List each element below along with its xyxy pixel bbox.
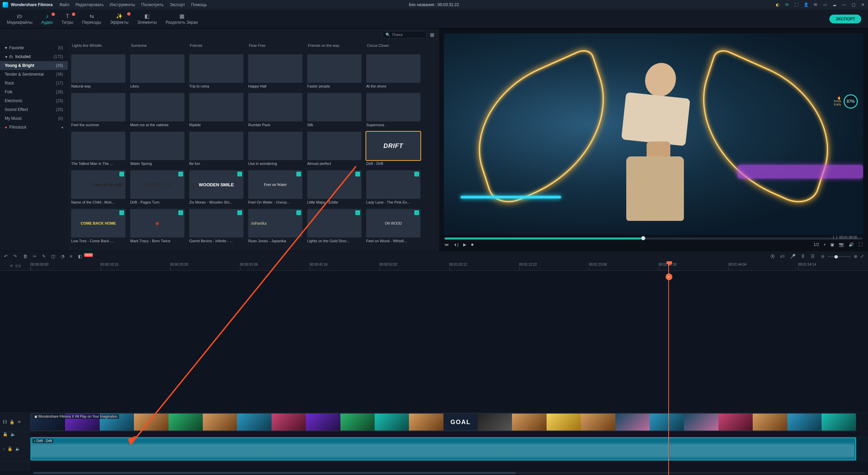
audio-card[interactable]: Riptide (189, 93, 243, 127)
cat-rock[interactable]: Rock(17) (0, 79, 68, 88)
download-icon[interactable]: ↓ (355, 172, 360, 176)
zoom-fit-button[interactable]: ⤢ (860, 254, 864, 259)
search-input[interactable]: 🔍Поиск (382, 31, 427, 38)
cat-mymusic[interactable]: My Music(0) (0, 114, 68, 123)
menu-export[interactable]: Экспорт (170, 2, 185, 7)
audio-card[interactable]: ↓Lights on the Gold Shor... (307, 209, 361, 243)
audio-card[interactable]: Silk (307, 93, 361, 127)
audio-card[interactable]: Supernova (366, 93, 420, 127)
render-button[interactable]: ⦿ (770, 254, 775, 259)
menu-view[interactable]: Посмотреть (141, 2, 163, 7)
message-icon[interactable]: ▭ (823, 2, 827, 7)
step-back-button[interactable]: ⏴| (453, 242, 458, 247)
audio-card[interactable]: Be fun (189, 132, 243, 166)
user-icon[interactable]: 👤 (804, 2, 808, 7)
speed-button[interactable]: ◔ (61, 254, 64, 259)
audio-card[interactable]: Meet me at the oaktree (130, 93, 184, 127)
export-button[interactable]: ЭКСПОРТ (829, 15, 861, 23)
audio-card[interactable]: ↓Name of the Child - Moti... (71, 170, 125, 204)
cat-favorite[interactable]: ♥Favorite(0) (0, 43, 68, 52)
playhead[interactable]: ✂ (668, 261, 669, 475)
video-lane[interactable]: ▣ Wondershare Filmora X Hit Play on Your… (31, 413, 868, 432)
audio-card[interactable]: ↓Drift - Pages Turn (130, 170, 184, 204)
lock-icon[interactable]: 🔓 (7, 446, 13, 451)
audio-card[interactable]: Use in wondering (248, 132, 302, 166)
tab-splitscreen[interactable]: ▦Разделить Экран (165, 13, 198, 25)
settings-button[interactable]: ≡ (70, 254, 73, 259)
undo-button[interactable]: ↶ (4, 254, 8, 259)
playhead-split-button[interactable]: ✂ (666, 273, 672, 280)
zoom-in-button[interactable]: ⊕ (854, 254, 857, 259)
fullscreen-button[interactable]: ⛶ (859, 242, 863, 247)
tab-titles[interactable]: TТитры (62, 13, 73, 25)
menu-tools[interactable]: Инструменты (110, 2, 135, 7)
maximize-button[interactable]: ▢ (851, 2, 856, 7)
cat-young-bright[interactable]: Young & Bright(43) (0, 61, 68, 70)
minimize-button[interactable]: — (842, 2, 846, 7)
grid-view-button[interactable]: ▦ (430, 32, 434, 37)
chevron-down-icon[interactable]: ▾ (824, 243, 826, 246)
tab-effects[interactable]: ✨Эффекты (110, 13, 129, 25)
lock-icon[interactable]: 🔓 (3, 432, 8, 437)
snapshot-button[interactable]: 📷 (839, 242, 844, 247)
audio-card[interactable]: Faster people (307, 54, 361, 88)
download-icon[interactable]: ↓ (119, 210, 124, 215)
stop-button[interactable]: ■ (471, 242, 473, 247)
visibility-icon[interactable]: 👁 (17, 420, 21, 424)
volume-button[interactable]: 🔊 (849, 242, 854, 247)
audio-card[interactable]: Rumble Pack (248, 93, 302, 127)
audio-card[interactable]: At the shore (366, 54, 420, 88)
cut-button[interactable]: ✂ (33, 254, 37, 259)
cat-filmstock[interactable]: ●Filmstock◂ (0, 123, 68, 132)
scrubber-knob[interactable] (641, 236, 645, 240)
mail-icon[interactable]: ✉ (813, 2, 818, 7)
cat-folk[interactable]: Folk(26) (0, 88, 68, 96)
menu-help[interactable]: Помощь (191, 2, 207, 7)
cat-tender[interactable]: Tender & Sentimental(38) (0, 70, 68, 79)
menu-edit[interactable]: Редактировать (76, 2, 104, 7)
download-icon[interactable]: ↓ (178, 210, 183, 215)
color-button[interactable]: ◧ (78, 254, 82, 259)
tab-elements[interactable]: ◧Элементы (137, 13, 157, 25)
audio-card[interactable]: Natural way (71, 54, 125, 88)
cloud-icon[interactable]: ☁ (832, 2, 837, 7)
audio-card[interactable]: Almost perfect (307, 132, 361, 166)
play-button[interactable]: ▶ (463, 242, 466, 247)
audio-card[interactable]: Water Spring (130, 132, 184, 166)
gift-icon[interactable]: ⛶ (794, 2, 799, 7)
audio-card[interactable]: ↓Feet on Wood - Whistli... (366, 209, 420, 243)
prev-frame-button[interactable]: ⏮ (445, 242, 449, 247)
audio-clip[interactable]: ♪ Drift - Drift (31, 437, 856, 460)
zoom-out-button[interactable]: ⊖ (821, 254, 825, 259)
edit-button[interactable]: ✎ (42, 254, 46, 259)
mute-icon[interactable]: 🔈 (15, 446, 20, 451)
refresh-icon[interactable]: ⟳ (785, 2, 789, 7)
marker-button[interactable]: 🏷 (780, 254, 785, 259)
mute-icon[interactable]: 🔈 (11, 432, 16, 437)
lock-icon[interactable]: 🔓 (9, 420, 15, 424)
download-icon[interactable]: ↓ (178, 172, 183, 176)
audio-card[interactable]: ↓Low Tree - Come Back ... (71, 209, 125, 243)
download-icon[interactable]: ↓ (414, 210, 419, 215)
download-icon[interactable]: ↓ (237, 172, 242, 176)
redo-button[interactable]: ↷ (13, 254, 17, 259)
audio-card[interactable]: Feel the summer (71, 93, 125, 127)
track-manage-button[interactable]: ☰ (811, 254, 815, 259)
download-icon[interactable]: ↓ (296, 210, 301, 215)
magnet-icon[interactable]: ⊏⊐ (15, 264, 21, 268)
audio-lane[interactable]: ♪ Drift - Drift (31, 437, 868, 461)
tab-media[interactable]: 🗁Медиафайлы (7, 13, 33, 25)
timeline-ruler[interactable]: ⟲ ⊏⊐ 00:00:00:0000:00:10:1000:00:20:2000… (0, 261, 868, 271)
audio-card[interactable]: ↓Lady Lane - The Pink Ev... (366, 170, 420, 204)
audio-card[interactable]: ↓Ziv Moran - Wooden Sm... (189, 170, 243, 204)
video-clip[interactable]: ▣ Wondershare Filmora X Hit Play on Your… (31, 413, 856, 431)
download-icon[interactable]: ↓ (414, 172, 419, 176)
zoom-slider[interactable] (827, 256, 851, 257)
timeline-hscroll[interactable] (0, 471, 868, 475)
audio-card[interactable]: ↓Little Maps - Eddie (307, 170, 361, 204)
mixer-button[interactable]: 🎚 (801, 254, 805, 259)
audio-card-selected[interactable]: Drift - Drift (366, 132, 420, 166)
preview-video[interactable]: 🔥0 K/s0 K/s 87% (444, 33, 863, 235)
audio-card[interactable]: ↓Feet On Water - Unexp... (248, 170, 302, 204)
audio-card[interactable]: Trip to roma (189, 54, 243, 88)
